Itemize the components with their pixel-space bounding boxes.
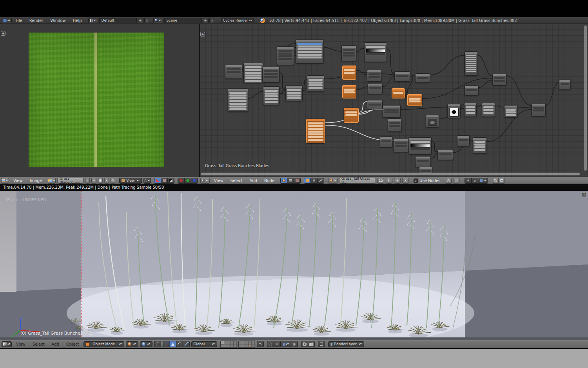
node-pin-icon[interactable]: ◎ bbox=[445, 178, 452, 184]
viewport-shading-select[interactable]: ▲▼ bbox=[126, 341, 138, 347]
shader-node[interactable] bbox=[393, 139, 409, 152]
shader-node[interactable] bbox=[364, 42, 387, 62]
render-layer-select[interactable]: RenderLayer▲▼ bbox=[328, 341, 364, 347]
shader-node[interactable] bbox=[409, 137, 432, 155]
vp-menu-select[interactable]: Select bbox=[30, 342, 47, 346]
layer-cell[interactable] bbox=[242, 341, 245, 344]
use-nodes-toggle[interactable]: ✓ Use Nodes bbox=[414, 179, 440, 183]
new-image-button[interactable]: + bbox=[91, 178, 96, 184]
layer-cell[interactable] bbox=[227, 341, 230, 344]
layer-cell[interactable] bbox=[249, 344, 251, 347]
node-hscrollbar[interactable] bbox=[201, 173, 580, 175]
render-still-icon[interactable] bbox=[301, 341, 308, 347]
stereo-view-icon[interactable] bbox=[318, 341, 325, 347]
shader-node[interactable] bbox=[457, 135, 470, 146]
layers-widget[interactable] bbox=[220, 341, 255, 348]
transform-orientation-select[interactable]: Global▲▼ bbox=[191, 341, 217, 347]
scale-manipulator-icon[interactable] bbox=[183, 341, 190, 347]
layer-cell[interactable] bbox=[230, 344, 233, 347]
vp-menu-object[interactable]: Object bbox=[64, 342, 82, 346]
menu-render[interactable]: Render bbox=[26, 18, 47, 23]
render-engine-select[interactable]: Cycles Render▲▼ bbox=[221, 18, 254, 23]
shader-node[interactable] bbox=[277, 46, 294, 65]
shader-node[interactable] bbox=[559, 80, 571, 90]
shader-node[interactable] bbox=[394, 71, 410, 82]
vp-menu-view[interactable]: View bbox=[13, 342, 28, 346]
uv-menu-view[interactable]: View bbox=[11, 179, 25, 183]
shader-node[interactable] bbox=[415, 156, 431, 167]
menu-help[interactable]: Help bbox=[70, 18, 85, 23]
render-animation-icon[interactable] bbox=[308, 341, 315, 347]
shader-node[interactable] bbox=[306, 119, 325, 143]
unlink-material-button[interactable]: × bbox=[402, 178, 409, 184]
snap-magnet-icon[interactable]: ∪ bbox=[471, 178, 478, 184]
shader-node[interactable] bbox=[225, 65, 242, 79]
lamp-shader-icon[interactable] bbox=[317, 178, 324, 184]
layer-cell[interactable] bbox=[245, 341, 248, 344]
editor-type-node-icon[interactable]: ▲▼ bbox=[200, 178, 210, 184]
proportional-edit-icon[interactable] bbox=[154, 341, 161, 347]
layer-cell[interactable] bbox=[221, 341, 224, 344]
shader-node[interactable] bbox=[342, 66, 356, 80]
snap-toggle-3d-icon[interactable] bbox=[267, 341, 274, 347]
shader-node[interactable] bbox=[473, 137, 487, 154]
shader-node[interactable] bbox=[407, 94, 422, 106]
snap-toggle-icon[interactable]: ❄ bbox=[465, 178, 472, 184]
shader-node[interactable] bbox=[388, 118, 402, 132]
copy-node-icon[interactable]: ⧉ bbox=[492, 178, 499, 184]
close-layout-button[interactable]: × bbox=[144, 18, 150, 23]
shader-node[interactable] bbox=[243, 63, 263, 83]
shader-node[interactable] bbox=[341, 46, 356, 61]
texture-nodes-icon[interactable] bbox=[294, 178, 301, 184]
rotate-manipulator-icon[interactable] bbox=[176, 341, 183, 347]
layer-cell[interactable] bbox=[227, 344, 230, 347]
shader-node[interactable] bbox=[482, 103, 495, 117]
display-channel-select[interactable]: View▲▼ bbox=[119, 178, 142, 184]
translate-manipulator-icon[interactable] bbox=[169, 341, 176, 347]
compositing-nodes-icon[interactable] bbox=[287, 178, 294, 184]
editor-type-3dview-icon[interactable]: ▲▼ bbox=[2, 341, 12, 347]
screen-layout-field[interactable]: Default bbox=[99, 18, 137, 23]
shader-node[interactable] bbox=[342, 85, 356, 98]
image-name-field[interactable]: Grass Blade01.jpg bbox=[57, 178, 83, 184]
layer-cell[interactable] bbox=[249, 341, 251, 344]
shader-node[interactable] bbox=[380, 137, 392, 148]
blue-channel-icon[interactable] bbox=[191, 178, 198, 184]
shader-node[interactable] bbox=[465, 86, 479, 96]
paint-mask-icon[interactable] bbox=[161, 178, 168, 184]
editor-type-image-icon[interactable]: ▲▼ bbox=[1, 178, 9, 184]
layer-cell[interactable] bbox=[239, 344, 242, 347]
node-menu-node[interactable]: Node bbox=[261, 179, 277, 183]
node-vscrollbar[interactable] bbox=[584, 26, 587, 171]
shader-node[interactable] bbox=[383, 105, 401, 118]
shader-node[interactable] bbox=[392, 88, 405, 98]
shader-node[interactable] bbox=[415, 73, 430, 83]
layer-cell[interactable] bbox=[224, 341, 227, 344]
material-name-field[interactable]: Grass_Tall Grass B... bbox=[339, 178, 376, 184]
layer-cell[interactable] bbox=[234, 344, 236, 347]
shader-node[interactable] bbox=[465, 51, 478, 76]
manipulator-axes-icon[interactable] bbox=[163, 341, 170, 347]
vp-menu-add[interactable]: Add bbox=[49, 342, 62, 346]
menu-file[interactable]: File bbox=[13, 18, 25, 23]
shader-node[interactable] bbox=[437, 150, 453, 160]
shader-node[interactable] bbox=[263, 86, 279, 105]
snap-element-select[interactable]: ▲▼ bbox=[280, 341, 291, 347]
layer-cell[interactable] bbox=[242, 344, 245, 347]
layer-cell[interactable] bbox=[239, 341, 242, 344]
snap-target-icon[interactable] bbox=[291, 341, 298, 347]
fake-user-button[interactable]: F bbox=[85, 178, 90, 184]
shader-node[interactable] bbox=[367, 100, 383, 109]
shader-node[interactable] bbox=[532, 103, 546, 117]
layer-cell[interactable] bbox=[224, 344, 227, 347]
material-fake-user-button[interactable]: F bbox=[386, 178, 392, 184]
material-users-button[interactable]: 15 bbox=[377, 178, 384, 184]
material-browse-icon[interactable]: ▲▼ bbox=[328, 178, 338, 184]
layer-cell[interactable] bbox=[221, 344, 224, 347]
lock-icon[interactable] bbox=[257, 341, 264, 347]
layer-cell[interactable] bbox=[252, 344, 254, 347]
shader-node[interactable] bbox=[228, 88, 248, 112]
menu-window[interactable]: Window bbox=[47, 18, 69, 23]
paste-node-icon[interactable]: ⧠ bbox=[498, 178, 505, 184]
shader-node[interactable] bbox=[262, 67, 279, 82]
